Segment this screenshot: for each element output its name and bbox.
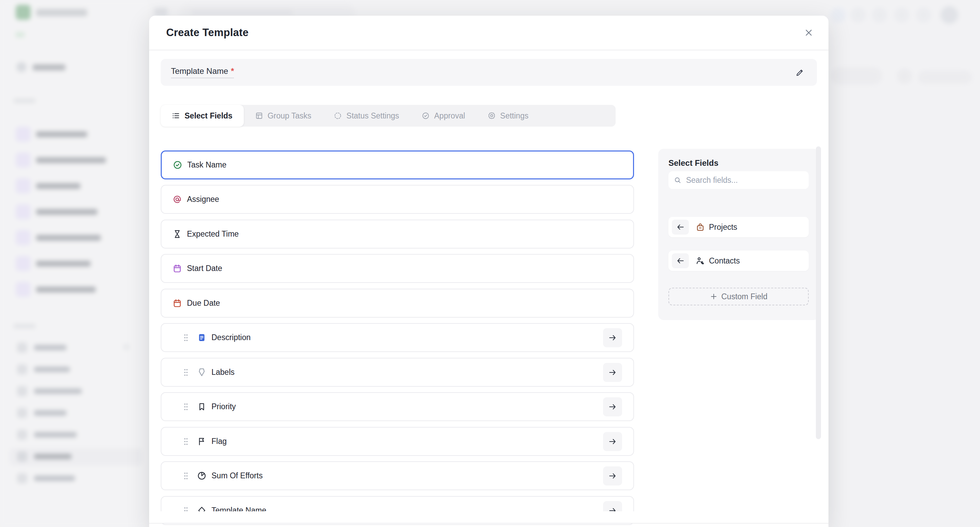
move-field-right-button[interactable] xyxy=(603,363,622,382)
field-row-description[interactable]: Description xyxy=(161,323,634,352)
modal-scrollbar-thumb[interactable] xyxy=(816,146,821,439)
modal-tab-bar: Select Fields Group Tasks Status Setting… xyxy=(161,105,616,127)
field-label: Task Name xyxy=(187,160,226,170)
arrow-right-icon xyxy=(608,437,617,446)
move-field-right-button[interactable] xyxy=(603,397,622,416)
field-row-start-date[interactable]: Start Date xyxy=(161,254,634,283)
panel-item-contacts[interactable]: Contacts xyxy=(668,251,809,271)
create-template-modal: Create Template Template Name * Select F… xyxy=(149,16,829,527)
template-name-editable[interactable]: Template Name * xyxy=(171,67,234,78)
template-name-label: Template Name xyxy=(171,67,228,76)
panel-title: Select Fields xyxy=(668,158,809,168)
drag-handle-icon[interactable] xyxy=(183,402,188,411)
tab-label: Select Fields xyxy=(185,111,232,121)
field-row-task-name[interactable]: Task Name xyxy=(161,151,634,179)
drag-handle-icon[interactable] xyxy=(183,333,188,342)
dashed-circle-icon xyxy=(334,112,342,120)
hourglass-icon xyxy=(173,229,182,239)
field-label: Labels xyxy=(212,368,235,377)
tab-label: Status Settings xyxy=(346,111,399,121)
panel-item-projects[interactable]: Projects xyxy=(668,217,809,237)
template-name-field[interactable]: Template Name * xyxy=(161,59,817,86)
pie-chart-icon xyxy=(197,471,206,480)
move-field-right-button[interactable] xyxy=(603,328,622,347)
arrow-right-icon xyxy=(608,333,617,342)
custom-field-label: Custom Field xyxy=(721,292,767,301)
arrow-left-icon xyxy=(676,223,685,232)
field-label: Assignee xyxy=(187,195,219,204)
tab-select-fields[interactable]: Select Fields xyxy=(161,105,244,127)
arrow-right-icon xyxy=(608,368,617,377)
tag-icon xyxy=(197,368,206,377)
tab-approval[interactable]: Approval xyxy=(410,105,476,127)
panel-item-label: Projects xyxy=(709,223,737,232)
field-row-priority[interactable]: Priority xyxy=(161,392,634,421)
tab-label: Settings xyxy=(500,111,528,121)
at-sign-icon xyxy=(173,195,182,204)
required-asterisk: * xyxy=(231,67,234,76)
move-field-left-button[interactable] xyxy=(672,253,689,268)
search-icon xyxy=(674,176,681,184)
field-row-assignee[interactable]: Assignee xyxy=(161,185,634,214)
calendar-icon xyxy=(173,264,182,273)
bookmark-icon xyxy=(197,402,206,411)
modal-footer-divider xyxy=(149,523,829,524)
modal-footer-spacer xyxy=(149,511,829,523)
calendar-icon xyxy=(173,298,182,308)
briefcase-lock-icon xyxy=(696,223,705,232)
modal-title: Create Template xyxy=(166,27,248,39)
document-icon xyxy=(197,333,206,342)
drag-handle-icon[interactable] xyxy=(183,368,188,377)
move-field-right-button[interactable] xyxy=(603,467,622,486)
field-label: Description xyxy=(212,333,251,342)
add-custom-field-button[interactable]: Custom Field xyxy=(668,288,809,305)
panel-item-label: Contacts xyxy=(709,256,740,265)
tab-status-settings[interactable]: Status Settings xyxy=(323,105,410,127)
select-fields-panel: Select Fields Projects xyxy=(658,149,819,320)
drag-handle-icon[interactable] xyxy=(183,471,188,480)
field-label: Flag xyxy=(212,437,227,446)
tab-label: Approval xyxy=(434,111,465,121)
field-search[interactable] xyxy=(668,171,809,189)
group-icon xyxy=(255,112,263,120)
settings-badge-icon xyxy=(488,112,496,120)
field-label: Due Date xyxy=(187,298,220,308)
pencil-icon xyxy=(795,68,805,77)
field-search-input[interactable] xyxy=(686,175,803,185)
tab-settings[interactable]: Settings xyxy=(476,105,540,127)
check-circle-icon xyxy=(173,160,182,170)
arrow-right-icon xyxy=(608,402,617,411)
field-label: Start Date xyxy=(187,264,222,273)
tab-label: Group Tasks xyxy=(268,111,312,121)
edit-name-button[interactable] xyxy=(793,67,807,78)
close-button[interactable] xyxy=(801,25,816,40)
field-row-sum-of-efforts[interactable]: Sum Of Efforts xyxy=(161,461,634,490)
field-label: Priority xyxy=(212,402,236,411)
move-field-left-button[interactable] xyxy=(672,220,689,235)
close-icon xyxy=(803,28,814,38)
move-field-right-button[interactable] xyxy=(603,432,622,451)
field-row-flag[interactable]: Flag xyxy=(161,427,634,456)
flag-icon xyxy=(197,437,206,446)
arrow-right-icon xyxy=(608,471,617,480)
person-phone-icon xyxy=(696,256,705,265)
modal-header: Create Template xyxy=(149,16,829,51)
field-row-due-date[interactable]: Due Date xyxy=(161,289,634,317)
app-screen: Create Template Template Name * Select F… xyxy=(0,0,980,527)
arrow-left-icon xyxy=(676,256,685,265)
list-icon xyxy=(172,112,180,120)
check-circle-icon xyxy=(422,112,430,120)
drag-handle-icon[interactable] xyxy=(183,437,188,446)
tab-group-tasks[interactable]: Group Tasks xyxy=(244,105,323,127)
field-label: Expected Time xyxy=(187,229,239,239)
field-label: Sum Of Efforts xyxy=(212,471,262,480)
field-row-labels[interactable]: Labels xyxy=(161,358,634,387)
plus-icon xyxy=(710,292,718,301)
field-row-expected-time[interactable]: Expected Time xyxy=(161,220,634,249)
